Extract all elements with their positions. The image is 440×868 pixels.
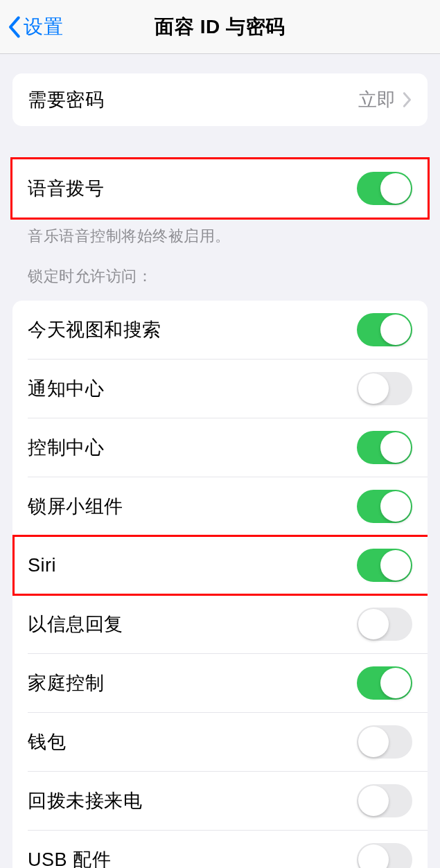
passcode-section: 需要密码 立即 — [12, 73, 428, 126]
lock-access-row: 锁屏小组件 — [28, 477, 428, 535]
lock-access-toggle[interactable] — [357, 784, 412, 817]
voice-dial-toggle[interactable] — [357, 172, 412, 205]
lock-access-item-label: 家庭控制 — [28, 671, 104, 696]
require-passcode-value: 立即 — [358, 87, 396, 112]
lock-access-item-label: Siri — [28, 555, 56, 576]
navbar: 设置 面容 ID 与密码 — [0, 0, 440, 54]
voice-dial-footer: 音乐语音控制将始终被启用。 — [12, 218, 428, 247]
lock-access-toggle[interactable] — [357, 372, 412, 405]
lock-access-toggle[interactable] — [357, 549, 412, 582]
lock-access-toggle[interactable] — [357, 313, 412, 346]
voice-dial-section: 语音拨号 — [12, 159, 428, 218]
voice-dial-label: 语音拨号 — [28, 176, 104, 201]
lock-access-toggle[interactable] — [357, 666, 412, 700]
chevron-left-icon — [7, 15, 21, 39]
require-passcode-row[interactable]: 需要密码 立即 — [12, 73, 428, 126]
chevron-right-icon — [403, 91, 412, 108]
lock-access-row: USB 配件 — [28, 830, 428, 868]
lock-access-item-label: 今天视图和搜索 — [28, 317, 161, 342]
lock-access-row: 回拨未接来电 — [28, 771, 428, 830]
lock-access-row: 家庭控制 — [28, 653, 428, 712]
lock-access-toggle[interactable] — [357, 843, 412, 868]
back-label: 设置 — [24, 14, 64, 40]
lock-access-row: 控制中心 — [28, 418, 428, 477]
lock-access-row: 通知中心 — [28, 359, 428, 418]
lock-access-row: 钱包 — [28, 712, 428, 771]
lock-access-toggle[interactable] — [357, 725, 412, 759]
require-passcode-label: 需要密码 — [28, 87, 104, 112]
voice-dial-row: 语音拨号 — [12, 159, 428, 218]
lock-access-item-label: 钱包 — [28, 729, 66, 754]
lock-access-toggle[interactable] — [357, 490, 412, 523]
lock-access-toggle[interactable] — [357, 608, 412, 641]
lock-access-header: 锁定时允许访问： — [12, 247, 428, 292]
lock-access-item-label: 通知中心 — [28, 376, 104, 401]
lock-access-item-label: 控制中心 — [28, 435, 104, 460]
back-button[interactable]: 设置 — [0, 14, 64, 40]
lock-access-section: 今天视图和搜索通知中心控制中心锁屏小组件Siri以信息回复家庭控制钱包回拨未接来… — [12, 301, 428, 868]
lock-access-item-label: 回拨未接来电 — [28, 788, 142, 813]
lock-access-item-label: USB 配件 — [28, 847, 111, 868]
lock-access-toggle[interactable] — [357, 431, 412, 464]
lock-access-row: 以信息回复 — [28, 594, 428, 653]
page-title: 面容 ID 与密码 — [0, 14, 440, 40]
lock-access-item-label: 以信息回复 — [28, 612, 123, 637]
lock-access-row: Siri — [28, 535, 428, 594]
lock-access-row: 今天视图和搜索 — [12, 301, 428, 359]
lock-access-item-label: 锁屏小组件 — [28, 494, 123, 519]
